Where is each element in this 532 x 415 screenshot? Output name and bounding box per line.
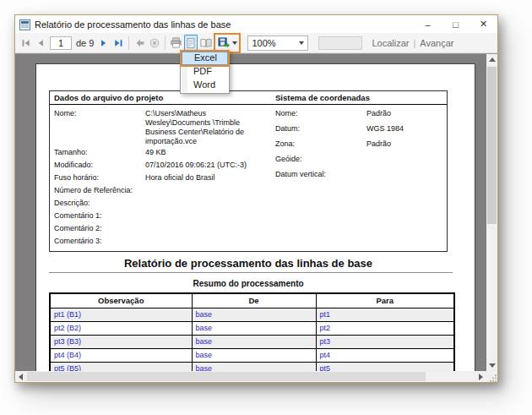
print-button[interactable] (170, 35, 182, 52)
field-row: Nome:Padrão (271, 107, 447, 123)
vertical-scroll-thumb[interactable] (487, 67, 497, 224)
first-page-button[interactable] (19, 35, 32, 52)
table-row: pt3 (B3)basept3 (50, 335, 454, 348)
title-rule (49, 272, 453, 273)
page-count-label: de 9 (76, 38, 94, 48)
field-row: Datum:WGS 1984 (271, 123, 447, 138)
horizontal-scroll-thumb[interactable] (27, 372, 426, 381)
find-next-link[interactable]: Avançar (420, 38, 453, 48)
observation-link[interactable]: pt1 (B1) (50, 308, 192, 321)
field-row: Zona:Padrão (271, 138, 447, 153)
export-format-menu: Excel PDF Word (180, 50, 230, 94)
from-link[interactable]: base (192, 321, 316, 335)
stop-rendering-button[interactable] (148, 35, 160, 52)
toolbar-separator (165, 36, 166, 50)
back-to-parent-button[interactable] (133, 35, 146, 52)
desktop-background: Relatório de processamento das linhas de… (0, 0, 532, 415)
print-layout-icon (185, 37, 197, 49)
field-row: Comentário 2: (50, 222, 271, 235)
maximize-button[interactable]: □ (442, 15, 470, 33)
field-row: Modificado:07/10/2016 09:06:21 (UTC:-3) (50, 159, 271, 172)
zoom-value: 100% (252, 38, 275, 48)
page-setup-button[interactable] (199, 35, 213, 52)
find-separator: | (413, 38, 415, 48)
to-link[interactable]: pt3 (316, 335, 454, 348)
print-layout-toggle[interactable] (184, 35, 198, 52)
field-row: Tamanho:49 KB (50, 146, 271, 159)
field-row: Comentário 3: (50, 235, 271, 248)
window-title: Relatório de processamento das linhas de… (35, 19, 414, 30)
resize-grip-icon (489, 374, 497, 382)
scroll-down-button[interactable] (486, 360, 497, 371)
summary-title: Resumo do processamento (49, 279, 448, 288)
export-menu-item-excel[interactable]: Excel (182, 52, 228, 65)
last-page-icon (113, 38, 123, 48)
export-menu-item-pdf[interactable]: PDF (182, 65, 228, 79)
back-to-parent-icon (134, 37, 146, 49)
previous-page-icon (35, 38, 46, 48)
from-link[interactable]: base (192, 308, 316, 321)
toolbar-separator (128, 36, 129, 50)
chevron-down-icon (299, 41, 304, 45)
table-row: pt1 (B1)basept1 (50, 308, 454, 321)
project-file-header: Dados do arquivo do projeto (50, 91, 271, 105)
from-link[interactable]: base (192, 348, 316, 362)
column-header: Para (316, 293, 454, 308)
export-button[interactable] (215, 35, 239, 52)
to-link[interactable]: pt1 (316, 308, 454, 321)
field-row: Descrição: (50, 197, 271, 210)
export-menu-item-word[interactable]: Word (182, 79, 228, 92)
vertical-scrollbar[interactable] (486, 54, 497, 371)
window-controls: – □ ✕ (414, 15, 497, 33)
zoom-select[interactable]: 100% (247, 35, 308, 51)
coordinate-system-header: Sistema de coordenadas (271, 91, 447, 105)
search-input[interactable] (318, 36, 362, 50)
current-page-input[interactable] (50, 36, 72, 50)
to-link[interactable]: pt2 (316, 321, 454, 335)
table-header-row: Observação De Para (50, 293, 454, 308)
last-page-button[interactable] (111, 35, 124, 52)
previous-page-button[interactable] (34, 35, 46, 52)
print-icon (170, 36, 182, 49)
report-viewer-window: Relatório de processamento das linhas de… (14, 14, 498, 383)
arrow-down-icon (489, 363, 496, 368)
arrow-right-icon (479, 374, 483, 380)
horizontal-scrollbar[interactable] (15, 371, 486, 382)
project-data-box: Dados do arquivo do projeto Nome:C:\User… (49, 90, 448, 252)
field-row: Número de Referência: (50, 184, 271, 197)
close-button[interactable]: ✕ (470, 15, 497, 33)
arrow-left-icon (19, 374, 23, 380)
resize-grip[interactable] (486, 371, 497, 382)
find-link[interactable]: Localizar (372, 38, 409, 48)
observation-link[interactable]: pt2 (B2) (50, 321, 192, 335)
to-link[interactable]: pt4 (316, 348, 454, 362)
next-page-icon (99, 38, 109, 48)
report-title: Relatório de processamento das linhas de… (49, 257, 448, 270)
minimize-button[interactable]: – (414, 15, 442, 33)
arrow-up-icon (489, 57, 496, 62)
stop-rendering-icon (149, 37, 160, 49)
field-row: Fuso horário:Hora oficial do Brasil (50, 172, 271, 184)
table-row: pt4 (B4)basept4 (50, 348, 454, 362)
coordinate-system-column: Sistema de coordenadas Nome:Padrão Datum… (271, 91, 447, 248)
report-page: Dados do arquivo do projeto Nome:C:\User… (35, 63, 475, 382)
field-row: Datum vertical: (271, 168, 447, 183)
scroll-right-button[interactable] (475, 371, 486, 382)
observation-link[interactable]: pt4 (B4) (50, 348, 192, 362)
scroll-up-button[interactable] (486, 54, 497, 65)
document-viewport: Dados do arquivo do projeto Nome:C:\User… (15, 53, 497, 382)
scroll-left-button[interactable] (15, 371, 26, 382)
field-row: Comentário 1: (50, 210, 271, 222)
project-file-column: Dados do arquivo do projeto Nome:C:\User… (50, 91, 271, 248)
field-row: Nome:C:\Users\Matheus Wesley\Documents \… (50, 107, 271, 146)
from-link[interactable]: base (192, 335, 316, 348)
report-toolbar: de 9 (15, 33, 497, 53)
page-setup-icon (199, 37, 213, 49)
title-bar: Relatório de processamento das linhas de… (15, 15, 497, 33)
field-row: Geóide: (271, 153, 447, 168)
first-page-icon (21, 38, 31, 48)
column-header: De (192, 293, 316, 308)
next-page-button[interactable] (97, 35, 110, 52)
chevron-down-icon (232, 41, 237, 45)
observation-link[interactable]: pt3 (B3) (50, 335, 192, 348)
